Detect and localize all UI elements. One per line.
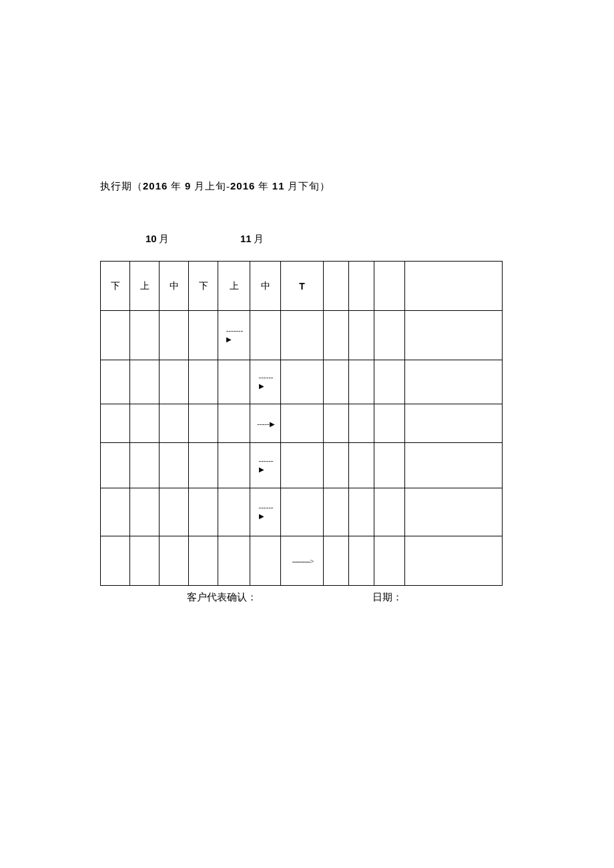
month-11-suf: 月 (252, 234, 264, 244)
table-header-row: 下 上 中 下 上 中 T (101, 262, 503, 311)
arrow-icon: ------▶ (258, 456, 274, 473)
arrow-icon: -------▶ (225, 326, 244, 343)
table-row: ------▶ (101, 443, 503, 488)
col-header (349, 262, 374, 311)
table-row: ------▶ (101, 488, 503, 536)
month-10-suf: 月 (157, 234, 170, 244)
date-label: 日期： (372, 591, 402, 604)
arrow-dashes: ------ (259, 456, 274, 464)
arrow-cell: -----▶ (250, 404, 281, 443)
title-prefix: 执行期（ (100, 181, 143, 191)
title-month2: 11 (272, 180, 285, 191)
table-row: -------▶ (101, 311, 503, 360)
title-suffix: 月下旬） (285, 181, 331, 191)
title-mid2: 月上旬- (191, 181, 230, 191)
table-row: ----------> (101, 536, 503, 586)
arrow-triangle-icon: ▶ (259, 466, 274, 474)
arrow-cell: ------▶ (250, 360, 281, 404)
table-row: ------▶ (101, 360, 503, 404)
col-header: T (281, 262, 324, 311)
arrow-cell: -------▶ (218, 311, 250, 360)
col-header (324, 262, 349, 311)
col-header: 中 (250, 262, 281, 311)
arrow-triangle-icon: ▶ (226, 336, 244, 344)
table-body: -------▶ ------▶ -----▶ (101, 311, 503, 586)
confirm-label: 客户代表确认： (187, 591, 257, 604)
month-10-num: 10 (145, 233, 157, 244)
col-header (405, 262, 503, 311)
arrow-cell: ------▶ (250, 443, 281, 488)
col-header: 下 (101, 262, 130, 311)
month-11-label: 11 月 (240, 233, 264, 246)
col-header: 下 (189, 262, 218, 311)
arrow-dashes: ------ (259, 503, 274, 511)
arrow-dashes: ------ (259, 373, 274, 381)
month-11-num: 11 (240, 233, 252, 244)
arrow-triangle-icon: ▶ (259, 512, 274, 520)
table-row: -----▶ (101, 404, 503, 443)
arrow-cell: ----------> (281, 536, 324, 586)
arrow-dashes: ------- (226, 326, 244, 334)
title-year2: 2016 (230, 180, 255, 191)
arrow-icon: ----------> (291, 557, 314, 565)
col-header: 上 (218, 262, 250, 311)
arrow-head-icon: > (310, 557, 313, 565)
schedule-table: 下 上 中 下 上 中 T -------▶ (100, 261, 503, 586)
arrow-dashes: ----- (257, 420, 269, 428)
arrow-cell: ------▶ (250, 488, 281, 536)
month-labels-row: 10 月 11 月 (100, 233, 514, 249)
arrow-icon: ------▶ (258, 373, 274, 390)
document-page: 执行期（2016 年 9 月上旬-2016 年 11 月下旬） 10 月 11 … (0, 0, 614, 606)
arrow-icon: ------▶ (258, 503, 274, 520)
footer-row: 客户代表确认： 日期： (100, 591, 514, 606)
col-header: 上 (130, 262, 160, 311)
col-header: 中 (160, 262, 189, 311)
title-mid3: 年 (255, 181, 272, 191)
arrow-icon: -----▶ (256, 420, 274, 428)
arrow-triangle-icon: ▶ (270, 420, 275, 428)
arrow-dashes: ---------- (292, 557, 310, 565)
title-year1: 2016 (143, 180, 168, 191)
month-10-label: 10 月 (145, 233, 169, 246)
title-mid1: 年 (168, 181, 185, 191)
col-header (374, 262, 405, 311)
execution-period-title: 执行期（2016 年 9 月上旬-2016 年 11 月下旬） (100, 180, 514, 193)
arrow-triangle-icon: ▶ (259, 382, 274, 390)
title-month1: 9 (185, 180, 191, 191)
